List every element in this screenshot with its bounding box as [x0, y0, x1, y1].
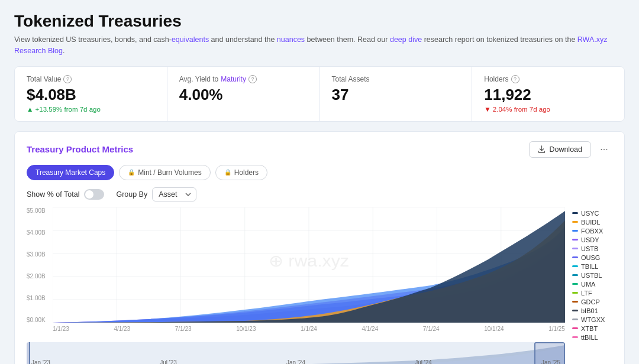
legend-item-6: TBILL [572, 263, 612, 270]
subtitle: View tokenized US treasuries, bonds, and… [14, 34, 625, 57]
legend-label-1: BUIDL [581, 219, 600, 226]
chart-inner: ⊕ rwa.xyz [53, 207, 565, 323]
chart-title: Treasury Product Metrics [27, 144, 133, 154]
legend-item-12: WTGXX [572, 316, 612, 323]
info-icon-1[interactable]: ? [248, 75, 257, 83]
x-label-6: 7/1/24 [423, 326, 440, 337]
x-label-1: 4/1/23 [114, 326, 130, 337]
chart-svg: ⊕ rwa.xyz [53, 207, 565, 323]
legend-label-2: FOBXX [581, 228, 603, 235]
legend-color-12 [572, 318, 578, 320]
more-options-button[interactable]: ··· [596, 141, 612, 158]
legend-label-5: OUSG [581, 254, 600, 261]
metric-change-0: ▲ +13.59% from 7d ago [27, 106, 155, 113]
legend-item-10: GDCP [572, 298, 612, 306]
legend-item-14: ttBILL [572, 334, 612, 341]
subtitle-text-2: and understand the [209, 35, 277, 44]
legend-label-4: USTB [581, 245, 598, 252]
deep-dive-link[interactable]: deep dive [390, 35, 422, 44]
metric-total-value: Total Value ? $4.08B ▲ +13.59% from 7d a… [15, 67, 167, 121]
legend-color-2 [572, 230, 578, 232]
legend-item-1: BUIDL [572, 219, 612, 226]
legend-label-6: TBILL [581, 263, 598, 270]
legend-item-5: OUSG [572, 254, 612, 261]
metric-change-3: ▼ 2.04% from 7d ago [484, 106, 612, 113]
info-icon-0[interactable]: ? [63, 75, 72, 83]
legend-color-7 [572, 274, 578, 276]
legend-color-6 [572, 265, 578, 267]
metric-avg-yield: Avg. Yield to Maturity ? 4.00% [167, 67, 320, 121]
legend-color-14 [572, 336, 578, 338]
minimap-left-handle[interactable] [27, 342, 30, 364]
metric-label-3: Holders ? [484, 75, 612, 83]
legend-color-13 [572, 327, 578, 329]
chart-y-labels: $5.00B $4.00B $3.00B $2.00B $1.00B $0.00… [27, 207, 53, 323]
x-label-2: 7/1/23 [175, 326, 192, 337]
header-section: Tokenized Treasuries View tokenized US t… [14, 12, 625, 57]
page-container: Tokenized Treasuries View tokenized US t… [0, 0, 639, 364]
nuances-link[interactable]: nuances [277, 35, 305, 44]
legend-item-3: USDY [572, 236, 612, 243]
x-label-4: 1/1/24 [301, 326, 317, 337]
legend-label-8: UMA [581, 281, 595, 288]
minimap[interactable]: Jan '23 Jul '23 Jan '24 Jul '24 Jan '25 [27, 342, 565, 364]
tab-mint-burn-volumes[interactable]: 🔒 Mint / Burn Volumes [119, 165, 210, 180]
legend-color-4 [572, 248, 578, 249]
legend-label-13: XTBT [581, 325, 598, 332]
legend-color-1 [572, 221, 578, 223]
legend-label-14: ttBILL [581, 334, 598, 341]
group-by-select[interactable]: Asset Issuer Chain [152, 187, 196, 202]
minimap-svg [27, 342, 565, 364]
legend-item-13: XTBT [572, 325, 612, 332]
x-label-5: 4/1/24 [362, 326, 378, 337]
metric-label-2: Total Assets [332, 75, 460, 83]
download-icon [538, 145, 546, 153]
subtitle-text-3: between them. Read our [305, 35, 390, 44]
x-label-0: 1/1/23 [53, 326, 69, 337]
download-button[interactable]: Download [529, 141, 591, 158]
legend-label-12: WTGXX [581, 316, 605, 323]
metric-value-3: 11,922 [484, 86, 612, 104]
legend-label-11: bIB01 [581, 307, 598, 314]
subtitle-text-4: research report on tokenized treasuries … [422, 35, 577, 44]
info-icon-3[interactable]: ? [511, 75, 519, 83]
legend-item-4: USTB [572, 245, 612, 252]
legend-item-0: USYC [572, 210, 612, 217]
metric-value-0: $4.08B [27, 86, 155, 104]
y-label-4: $1.00B [27, 295, 53, 301]
chart-area: $5.00B $4.00B $3.00B $2.00B $1.00B $0.00… [27, 207, 612, 364]
metric-total-assets: Total Assets 37 [320, 67, 473, 121]
metric-value-1: 4.00% [179, 86, 308, 104]
metric-holders: Holders ? 11,922 ▼ 2.04% from 7d ago [472, 67, 624, 121]
metric-label-1: Avg. Yield to Maturity ? [179, 75, 308, 83]
pct-toggle[interactable] [84, 189, 104, 200]
minimap-handle[interactable] [534, 342, 565, 364]
legend-item-11: bIB01 [572, 307, 612, 314]
main-chart-card: Treasury Product Metrics Download ··· Tr… [14, 131, 625, 364]
y-label-2: $3.00B [27, 251, 53, 258]
legend-label-0: USYC [581, 210, 599, 217]
y-label-5: $0.00K [27, 317, 53, 323]
legend-label-9: LTF [581, 290, 592, 297]
metrics-row: Total Value ? $4.08B ▲ +13.59% from 7d a… [14, 66, 625, 122]
tab-treasury-market-caps[interactable]: Treasury Market Caps [27, 165, 114, 180]
x-label-3: 10/1/23 [236, 326, 256, 337]
tab-holders[interactable]: 🔒 Holders [215, 165, 267, 180]
legend-color-0 [572, 212, 578, 214]
y-label-1: $4.00B [27, 229, 53, 236]
chart-controls: Show % of Total Group By Asset Issuer Ch… [27, 187, 612, 202]
y-label-0: $5.00B [27, 207, 53, 214]
legend-color-11 [572, 310, 578, 311]
chart-svg-area: $5.00B $4.00B $3.00B $2.00B $1.00B $0.00… [27, 207, 565, 337]
x-label-7: 10/1/24 [484, 326, 504, 337]
lock-icon-2: 🔒 [224, 169, 231, 176]
legend-label-7: USTBL [581, 272, 602, 279]
legend-color-3 [572, 239, 578, 240]
subtitle-text-5: . [63, 47, 64, 55]
legend-item-9: LTF [572, 290, 612, 297]
legend-color-9 [572, 292, 578, 294]
equivalents-link[interactable]: equivalents [172, 35, 209, 44]
y-label-3: $2.00B [27, 273, 53, 280]
chart-legend: USYC BUIDL FOBXX USDY USTB [572, 207, 612, 364]
chart-main: $5.00B $4.00B $3.00B $2.00B $1.00B $0.00… [27, 207, 565, 364]
